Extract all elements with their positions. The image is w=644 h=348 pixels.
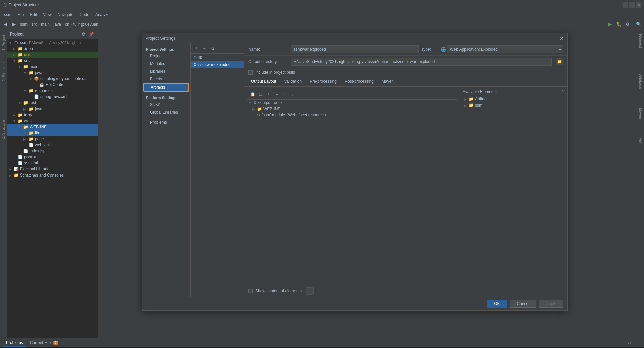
name-input[interactable]	[291, 45, 419, 53]
database-tab[interactable]: Database	[637, 71, 644, 91]
project-tab[interactable]: 1: Project	[0, 32, 7, 53]
tree-item-indexjsp[interactable]: ▶ 📄 index.jsp	[7, 148, 98, 154]
av-ssm-item[interactable]: ▶ 📁 ssm	[463, 102, 565, 108]
tree-item-page[interactable]: ▶ 📁 page	[7, 136, 98, 142]
include-build-checkbox[interactable]	[248, 70, 253, 75]
settings-button[interactable]: ⚙	[624, 20, 632, 28]
tree-item-pomxml[interactable]: ▶ 📄 pom.xml	[7, 154, 98, 160]
bottom-tab-problems[interactable]: Problems	[3, 339, 26, 347]
tab-maven[interactable]: Maven	[378, 77, 398, 86]
tree-item-main[interactable]: ▼ 📁 main	[7, 64, 98, 70]
back-button[interactable]: ◀	[1, 20, 9, 28]
maximize-button[interactable]: □	[629, 2, 635, 8]
dialog-nav-libraries[interactable]: Libraries	[143, 68, 189, 75]
available-elements-title: Available Elements	[463, 89, 497, 94]
tree-item-src[interactable]: ▼ 📁 src	[7, 58, 98, 64]
tree-item-package[interactable]: ▼ 📦 cn.tulingxueyuan.contro...	[7, 76, 98, 82]
tree-item-idea[interactable]: ▶ 📁 .idea	[7, 46, 98, 52]
output-layout-btn4[interactable]: −	[273, 91, 280, 98]
browse-output-dir-button[interactable]: 📁	[556, 58, 563, 65]
dialog-nav-project[interactable]: Project	[143, 52, 189, 60]
tree-item-java[interactable]: ▼ 📁 java	[7, 70, 98, 76]
tab-pre-processing[interactable]: Pre-processing	[306, 77, 341, 86]
dialog-nav-modules[interactable]: Modules	[143, 60, 189, 67]
tree-item-lib[interactable]: ▼ 📁 lib	[7, 130, 98, 136]
tree-item-webxml[interactable]: ▶ 📄 web.xml	[7, 142, 98, 148]
breadcrumb-main[interactable]: main	[41, 22, 50, 27]
dialog-nav-global-libraries[interactable]: Global Libraries	[143, 109, 189, 116]
copy-artifact-button[interactable]: ⧉	[209, 45, 216, 52]
run-button[interactable]: ▶	[606, 20, 614, 28]
tree-item-out[interactable]: ▶ 📁 out	[7, 52, 98, 58]
apply-button[interactable]: Apply	[539, 300, 563, 308]
tree-item-external-libraries[interactable]: ▶ 📊 External Libraries	[7, 166, 98, 172]
breadcrumb-java[interactable]: java	[54, 22, 61, 27]
type-select[interactable]: Web Application: Exploded	[447, 45, 564, 53]
tab-output-layout[interactable]: Output Layout	[247, 77, 280, 86]
panel-settings-button[interactable]: ⚙	[79, 30, 87, 38]
menu-item-navigate[interactable]: Navigate	[55, 12, 76, 18]
tree-item-test[interactable]: ▼ 📁 test	[7, 100, 98, 106]
menu-item-view[interactable]: View	[40, 12, 54, 18]
ant-tab[interactable]: Ant	[637, 136, 644, 145]
tree-item-test-java[interactable]: ▶ 📁 java	[7, 106, 98, 112]
output-tree-webinf[interactable]: ▶ 📁 WEB-INF	[247, 106, 457, 112]
panel-pin-button[interactable]: 📌	[88, 30, 95, 38]
add-artifact-button[interactable]: +	[193, 45, 200, 52]
request-tab[interactable]: Request	[637, 32, 644, 50]
output-tree-ssm-module[interactable]: ▶ ⚙ 'ssm' module: 'Web' facet resources	[247, 112, 457, 118]
output-tree-root[interactable]: ▼ ⚙ <output root>	[247, 100, 457, 106]
tab-post-processing[interactable]: Post-processing	[341, 77, 378, 86]
tree-item-webinf[interactable]: ▼ 📁 WEB-INF	[7, 124, 98, 130]
tree-item-spring-mvc[interactable]: ▶ 📄 spring-mvc.xml	[7, 94, 98, 100]
tree-item-target[interactable]: ▶ 📁 target	[7, 112, 98, 118]
bottom-tab-current-file[interactable]: Current File 7	[26, 339, 61, 347]
debug-button[interactable]: 🐛	[615, 20, 623, 28]
z-structure-tab[interactable]: Z: Structure	[0, 117, 7, 142]
bottom-settings-button[interactable]: ⚙	[625, 339, 633, 347]
search-button[interactable]: 🔍	[635, 20, 643, 28]
tree-item-resources[interactable]: ▼ 📁 resources	[7, 88, 98, 94]
menu-item-edit[interactable]: Edit	[27, 12, 40, 18]
bottom-minimize-button[interactable]: −	[634, 339, 641, 347]
tree-item-web[interactable]: ▼ 📁 web	[7, 118, 98, 124]
tab-validation[interactable]: Validation	[280, 77, 306, 86]
output-layout-btn2[interactable]: ❏	[257, 91, 264, 98]
dialog-nav-artifacts[interactable]: Artifacts	[143, 83, 189, 92]
breadcrumb-cn[interactable]: cn	[65, 22, 69, 27]
output-layout-btn1[interactable]: 📋	[249, 91, 256, 98]
output-layout-btn5[interactable]: ↑	[281, 91, 288, 98]
show-content-more-button[interactable]: ...	[306, 287, 314, 295]
breadcrumb-tulingxueyuan[interactable]: tulingxueyuan	[73, 22, 98, 27]
maven-tab[interactable]: Maven	[637, 106, 644, 121]
menu-item-analyze[interactable]: Analyze	[93, 12, 112, 18]
tree-item-ssm[interactable]: ▼ ⬡ ssm F:\JavaStudy\study2021/high-ra	[7, 40, 98, 46]
output-dir-input[interactable]	[291, 58, 552, 66]
show-content-checkbox[interactable]	[248, 289, 253, 293]
dialog-nav-sdks[interactable]: SDKs	[143, 101, 189, 108]
menu-item-code[interactable]: Code	[77, 12, 92, 18]
dialog-close-button[interactable]: ✕	[560, 36, 564, 41]
structure-tab[interactable]: 2: Structure	[0, 60, 7, 84]
available-elements-help[interactable]: ?	[562, 89, 565, 94]
output-layout-btn3[interactable]: +	[265, 91, 272, 98]
minimize-button[interactable]: ─	[623, 2, 628, 8]
close-button[interactable]: ✕	[636, 2, 641, 8]
menu-item-file[interactable]: File	[15, 12, 26, 18]
tree-item-ssmiml[interactable]: ▶ 📄 ssm.iml	[7, 160, 98, 166]
artifact-item-lib[interactable]: ⚙ lib	[191, 54, 244, 61]
output-layout-btn6[interactable]: ↓	[289, 91, 297, 98]
dialog-nav-facets[interactable]: Facets	[143, 75, 189, 83]
tree-item-hellcontrol[interactable]: ▶ ☕ HellControl	[7, 82, 98, 88]
av-artifacts-item[interactable]: ▶ 📁 Artifacts	[463, 96, 565, 102]
menu-item-ssm[interactable]: ssm	[1, 12, 14, 18]
dialog-nav-problems[interactable]: Problems	[143, 119, 189, 126]
artifact-item-ssm-war[interactable]: ⚙ ssm:war exploded	[191, 61, 244, 68]
cancel-button[interactable]: Cancel	[510, 300, 536, 308]
breadcrumb-src[interactable]: src	[32, 22, 37, 27]
forward-button[interactable]: ▶	[10, 20, 18, 28]
tree-item-scratches[interactable]: ▶ 📁 Scratches and Consoles	[7, 172, 98, 178]
ok-button[interactable]: OK	[487, 300, 507, 308]
remove-artifact-button[interactable]: −	[201, 45, 208, 52]
breadcrumb-ssm[interactable]: ssm	[20, 22, 28, 27]
